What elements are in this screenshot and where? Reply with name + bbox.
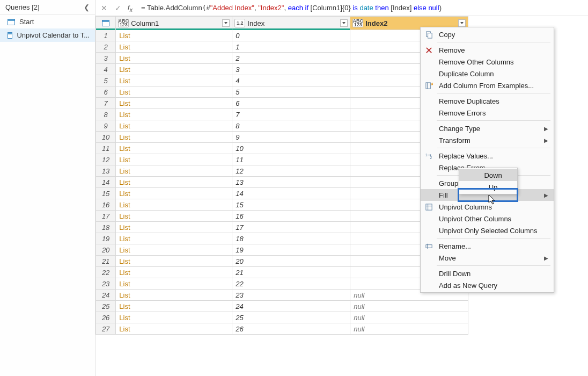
row-number[interactable]: 9 xyxy=(96,120,116,132)
row-number[interactable]: 25 xyxy=(96,301,116,312)
cell-index[interactable]: 3 xyxy=(232,64,350,75)
cell-column1[interactable]: List xyxy=(116,165,232,177)
cell-index[interactable]: 2 xyxy=(232,53,350,64)
table-row[interactable]: 20List19 xyxy=(96,244,468,256)
cell-column1[interactable]: List xyxy=(116,143,232,154)
table-row[interactable]: 17List16 xyxy=(96,211,468,222)
row-number[interactable]: 11 xyxy=(96,143,116,154)
cell-column1[interactable]: List xyxy=(116,199,232,211)
cell-column1[interactable]: List xyxy=(116,290,232,301)
table-row[interactable]: 1List0 xyxy=(96,30,468,41)
menu-drill-down[interactable]: Drill Down xyxy=(421,267,554,279)
row-number[interactable]: 23 xyxy=(96,278,116,290)
menu-remove-duplicates[interactable]: Remove Duplicates xyxy=(421,95,554,107)
cell-index[interactable]: 18 xyxy=(232,233,350,244)
cell-column1[interactable]: List xyxy=(116,53,232,64)
collapse-panel-icon[interactable]: ❮ xyxy=(84,3,90,11)
cell-index[interactable]: 16 xyxy=(232,211,350,222)
table-row[interactable]: 26List25null xyxy=(96,312,468,323)
cell-index[interactable]: 0 xyxy=(232,30,350,41)
type-any-icon[interactable]: ABC123 xyxy=(118,19,129,27)
cell-column1[interactable]: List xyxy=(116,132,232,143)
menu-remove[interactable]: Remove xyxy=(421,44,554,56)
column-header-index[interactable]: 1.2 Index xyxy=(232,17,350,30)
row-number[interactable]: 2 xyxy=(96,41,116,53)
menu-rename[interactable]: Rename... xyxy=(421,240,554,252)
table-row[interactable]: 4List3 xyxy=(96,64,468,75)
table-row[interactable]: 9List8 xyxy=(96,120,468,132)
grid-corner[interactable] xyxy=(96,17,116,30)
cell-column1[interactable]: List xyxy=(116,154,232,165)
cell-column1[interactable]: List xyxy=(116,211,232,222)
row-number[interactable]: 4 xyxy=(96,64,116,75)
row-number[interactable]: 19 xyxy=(96,233,116,244)
cell-index[interactable]: 25 xyxy=(232,312,350,323)
column-dropdown-icon[interactable] xyxy=(222,19,230,27)
type-any-icon[interactable]: ABC123 xyxy=(352,19,363,27)
row-number[interactable]: 7 xyxy=(96,98,116,109)
cell-index[interactable]: 11 xyxy=(232,154,350,165)
table-row[interactable]: 11List10 xyxy=(96,143,468,154)
cell-index2[interactable]: null xyxy=(350,312,468,323)
cell-index[interactable]: 12 xyxy=(232,165,350,177)
table-row[interactable]: 19List18 xyxy=(96,233,468,244)
cell-index[interactable]: 24 xyxy=(232,301,350,312)
cell-index2[interactable]: null xyxy=(350,323,468,335)
row-number[interactable]: 16 xyxy=(96,199,116,211)
row-number[interactable]: 8 xyxy=(96,109,116,120)
cell-column1[interactable]: List xyxy=(116,222,232,233)
cell-index[interactable]: 10 xyxy=(232,143,350,154)
table-row[interactable]: 5List4 xyxy=(96,75,468,86)
row-number[interactable]: 6 xyxy=(96,86,116,98)
row-number[interactable]: 22 xyxy=(96,267,116,278)
cell-column1[interactable]: List xyxy=(116,301,232,312)
table-row[interactable]: 15List14 xyxy=(96,188,468,199)
cell-column1[interactable]: List xyxy=(116,177,232,188)
cell-index[interactable]: 20 xyxy=(232,256,350,267)
cell-column1[interactable]: List xyxy=(116,244,232,256)
cell-column1[interactable]: List xyxy=(116,120,232,132)
table-row[interactable]: 3List2 xyxy=(96,53,468,64)
cell-column1[interactable]: List xyxy=(116,41,232,53)
table-row[interactable]: 22List21 xyxy=(96,267,468,278)
cell-index[interactable]: 22 xyxy=(232,278,350,290)
row-number[interactable]: 26 xyxy=(96,312,116,323)
cell-index[interactable]: 26 xyxy=(232,323,350,335)
confirm-formula-icon[interactable]: ✓ xyxy=(114,4,122,12)
type-number-icon[interactable]: 1.2 xyxy=(234,19,245,27)
row-number[interactable]: 3 xyxy=(96,53,116,64)
column-header-column1[interactable]: ABC123 Column1 xyxy=(116,17,232,30)
menu-change-type[interactable]: Change Type▶ xyxy=(421,122,554,134)
table-row[interactable]: 24List23null xyxy=(96,290,468,301)
row-number[interactable]: 18 xyxy=(96,222,116,233)
cell-column1[interactable]: List xyxy=(116,64,232,75)
row-number[interactable]: 24 xyxy=(96,290,116,301)
table-row[interactable]: 21List20 xyxy=(96,256,468,267)
table-row[interactable]: 8List7 xyxy=(96,109,468,120)
cell-index[interactable]: 5 xyxy=(232,86,350,98)
table-row[interactable]: 7List6 xyxy=(96,98,468,109)
menu-copy[interactable]: Copy xyxy=(421,28,554,40)
menu-add-as-query[interactable]: Add as New Query xyxy=(421,279,554,291)
cell-column1[interactable]: List xyxy=(116,109,232,120)
cell-column1[interactable]: List xyxy=(116,256,232,267)
menu-unpivot-selected[interactable]: Unpivot Only Selected Columns xyxy=(421,225,554,236)
menu-duplicate[interactable]: Duplicate Column xyxy=(421,68,554,79)
cell-column1[interactable]: List xyxy=(116,30,232,41)
table-row[interactable]: 6List5 xyxy=(96,86,468,98)
cell-index[interactable]: 23 xyxy=(232,290,350,301)
table-row[interactable]: 2List1 xyxy=(96,41,468,53)
cell-column1[interactable]: List xyxy=(116,267,232,278)
table-row[interactable]: 18List17 xyxy=(96,222,468,233)
cell-column1[interactable]: List xyxy=(116,98,232,109)
cell-index[interactable]: 7 xyxy=(232,109,350,120)
cell-index[interactable]: 19 xyxy=(232,244,350,256)
menu-transform[interactable]: Transform▶ xyxy=(421,134,554,146)
menu-remove-errors[interactable]: Remove Errors xyxy=(421,107,554,119)
row-number[interactable]: 20 xyxy=(96,244,116,256)
cell-column1[interactable]: List xyxy=(116,75,232,86)
menu-remove-other[interactable]: Remove Other Columns xyxy=(421,56,554,68)
cell-column1[interactable]: List xyxy=(116,233,232,244)
row-number[interactable]: 1 xyxy=(96,30,116,41)
table-row[interactable]: 10List9 xyxy=(96,132,468,143)
